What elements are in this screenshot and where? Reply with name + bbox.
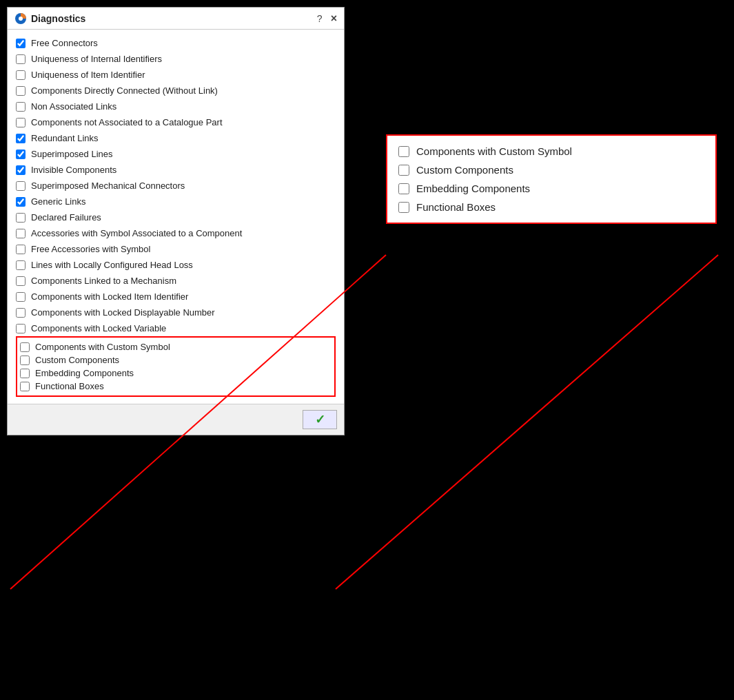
list-item: Redundant Links <box>16 132 336 145</box>
list-item: Components Linked to a Mechanism <box>16 274 336 287</box>
list-item: Components not Associated to a Catalogue… <box>16 116 336 129</box>
checkbox-functional-boxes[interactable] <box>20 382 30 391</box>
checkbox-components-directly[interactable] <box>16 86 26 96</box>
zoom-label-zoom-functional-boxes: Functional Boxes <box>416 201 496 213</box>
zoom-list-item: Components with Custom Symbol <box>398 144 704 158</box>
label-components-locked-display: Components with Locked Displayable Numbe… <box>31 307 215 318</box>
checkbox-components-locked-item[interactable] <box>16 292 26 302</box>
checkbox-components-locked-display[interactable] <box>16 308 26 318</box>
label-generic-links: Generic Links <box>31 196 85 207</box>
checkbox-redundant-links[interactable] <box>16 134 26 143</box>
zoom-panel: Components with Custom SymbolCustom Comp… <box>386 134 717 224</box>
zoom-checkbox-zoom-functional-boxes[interactable] <box>398 202 409 213</box>
checkbox-components-custom-symbol[interactable] <box>20 342 30 352</box>
zoom-checkbox-zoom-embedding-components[interactable] <box>398 183 409 194</box>
zoom-label-zoom-custom-components: Custom Components <box>416 164 513 176</box>
title-buttons: ? × <box>317 12 337 25</box>
list-item: Lines with Locally Configured Head Loss <box>16 258 336 271</box>
zoom-checkbox-zoom-custom-components[interactable] <box>398 165 409 176</box>
label-components-linked: Components Linked to a Mechanism <box>31 276 176 286</box>
list-item: Non Associated Links <box>16 100 336 113</box>
checkbox-lines-locally[interactable] <box>16 260 26 270</box>
label-components-directly: Components Directly Connected (Without L… <box>31 85 218 96</box>
checkbox-components-linked[interactable] <box>16 276 26 286</box>
checkbox-free-accessories[interactable] <box>16 245 26 254</box>
zoom-checkbox-zoom-components-custom-symbol[interactable] <box>398 146 409 157</box>
list-item: Free Connectors <box>16 37 336 50</box>
list-item: Components with Locked Item Identifier <box>16 290 336 303</box>
label-declared-failures: Declared Failures <box>31 212 101 223</box>
list-item: Accessories with Symbol Associated to a … <box>16 227 336 240</box>
zoom-label-zoom-embedding-components: Embedding Components <box>416 183 530 194</box>
label-redundant-links: Redundant Links <box>31 133 99 143</box>
checkbox-invisible-components[interactable] <box>16 165 26 175</box>
checkbox-embedding-components[interactable] <box>20 369 30 378</box>
list-item: Custom Components <box>20 353 332 367</box>
highlighted-group: Components with Custom SymbolCustom Comp… <box>16 336 336 397</box>
checkbox-uniqueness-internal[interactable] <box>16 54 26 64</box>
zoom-list-item: Custom Components <box>398 163 704 177</box>
zoom-label-zoom-components-custom-symbol: Components with Custom Symbol <box>416 145 572 157</box>
checkbox-list: Free ConnectorsUniqueness of Internal Id… <box>16 37 336 335</box>
label-components-locked-item: Components with Locked Item Identifier <box>31 291 188 302</box>
label-uniqueness-item: Uniqueness of Item Identifier <box>31 70 145 80</box>
label-lines-locally: Lines with Locally Configured Head Loss <box>31 260 193 270</box>
titlebar: Diagnostics ? × <box>8 8 344 30</box>
label-superimposed-mechanical: Superimposed Mechanical Connectors <box>31 181 185 191</box>
svg-point-1 <box>19 17 23 21</box>
ok-button[interactable]: ✓ <box>303 410 337 429</box>
list-item: Uniqueness of Internal Identifiers <box>16 52 336 65</box>
list-item: Components Directly Connected (Without L… <box>16 84 336 97</box>
list-item: Components with Custom Symbol <box>20 340 332 353</box>
list-item: Functional Boxes <box>20 380 332 393</box>
checkbox-custom-components[interactable] <box>20 356 30 365</box>
checkbox-free-connectors[interactable] <box>16 39 26 48</box>
list-item: Generic Links <box>16 195 336 208</box>
checkbox-superimposed-mechanical[interactable] <box>16 181 26 191</box>
list-item: Components with Locked Variable <box>16 322 336 335</box>
dialog-body: Free ConnectorsUniqueness of Internal Id… <box>8 30 344 404</box>
list-item: Embedding Components <box>20 367 332 380</box>
checkbox-uniqueness-item[interactable] <box>16 70 26 80</box>
label-free-connectors: Free Connectors <box>31 38 98 48</box>
list-item: Components with Locked Displayable Numbe… <box>16 306 336 319</box>
list-item: Superimposed Lines <box>16 147 336 161</box>
label-non-associated: Non Associated Links <box>31 101 116 112</box>
list-item: Uniqueness of Item Identifier <box>16 68 336 81</box>
label-invisible-components: Invisible Components <box>31 165 116 175</box>
checkbox-components-locked-variable[interactable] <box>16 324 26 333</box>
help-button[interactable]: ? <box>317 13 323 24</box>
svg-line-3 <box>336 255 718 589</box>
checkbox-declared-failures[interactable] <box>16 213 26 223</box>
list-item: Invisible Components <box>16 163 336 176</box>
label-embedding-components: Embedding Components <box>35 368 134 378</box>
dialog-footer: ✓ <box>8 404 344 435</box>
label-free-accessories: Free Accessories with Symbol <box>31 244 150 254</box>
list-item: Declared Failures <box>16 211 336 224</box>
zoom-list-item: Functional Boxes <box>398 200 704 214</box>
checkbox-superimposed-lines[interactable] <box>16 150 26 159</box>
checkbox-generic-links[interactable] <box>16 197 26 207</box>
checkbox-accessories-symbol[interactable] <box>16 229 26 238</box>
checkbox-components-not-associated[interactable] <box>16 118 26 127</box>
ok-checkmark: ✓ <box>315 412 325 427</box>
label-superimposed-lines: Superimposed Lines <box>31 149 113 159</box>
title-left: Diagnostics <box>14 12 85 25</box>
label-accessories-symbol: Accessories with Symbol Associated to a … <box>31 228 242 238</box>
diagnostics-dialog: Diagnostics ? × Free ConnectorsUniquenes… <box>7 7 345 435</box>
zoom-list-item: Embedding Components <box>398 181 704 196</box>
label-components-locked-variable: Components with Locked Variable <box>31 323 166 333</box>
checkbox-non-associated[interactable] <box>16 102 26 112</box>
app-icon <box>14 12 27 25</box>
label-uniqueness-internal: Uniqueness of Internal Identifiers <box>31 54 162 64</box>
label-components-not-associated: Components not Associated to a Catalogue… <box>31 117 223 127</box>
dialog-title: Diagnostics <box>31 13 85 24</box>
close-button[interactable]: × <box>331 12 337 25</box>
label-components-custom-symbol: Components with Custom Symbol <box>35 342 170 352</box>
list-item: Superimposed Mechanical Connectors <box>16 179 336 192</box>
list-item: Free Accessories with Symbol <box>16 243 336 256</box>
label-custom-components: Custom Components <box>35 355 119 365</box>
label-functional-boxes: Functional Boxes <box>35 381 104 391</box>
